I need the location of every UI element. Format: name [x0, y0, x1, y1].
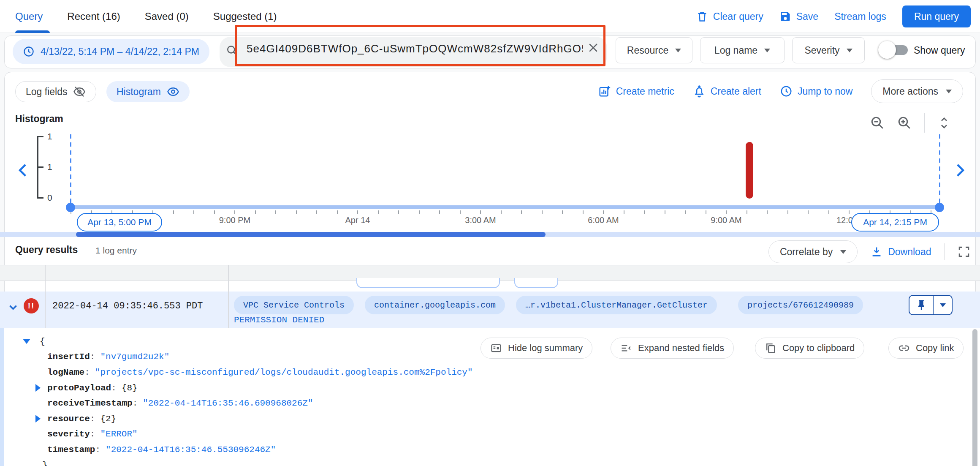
save-label: Save	[796, 11, 818, 22]
clear-query-button[interactable]: Clear query	[696, 11, 763, 22]
range-end-chip[interactable]: Apr 14, 2:15 PM	[851, 213, 939, 232]
tab-recent[interactable]: Recent (16)	[67, 11, 120, 22]
copy-to-clipboard-label: Copy to clipboard	[782, 343, 855, 354]
divider	[924, 113, 925, 133]
histogram-pan-left-button[interactable]	[14, 161, 32, 179]
fullscreen-icon[interactable]	[957, 245, 971, 259]
time-range-picker[interactable]: 4/13/22, 5:14 PM – 4/14/22, 2:14 PM	[13, 39, 209, 64]
histogram-minor-ticks	[71, 210, 941, 214]
pin-log-entry-button[interactable]	[909, 295, 953, 315]
run-query-button[interactable]: Run query	[902, 5, 971, 27]
download-button[interactable]: Download	[870, 245, 931, 258]
y-tick-label: 0	[47, 193, 60, 203]
json-key: insertId	[47, 352, 90, 362]
permission-denied-status: PERMISSION_DENIED	[234, 315, 324, 325]
zoom-in-icon[interactable]	[897, 115, 912, 131]
chevron-down-icon	[946, 90, 952, 93]
json-field-line: protoPayload:{8}	[0, 380, 633, 396]
column-divider	[45, 265, 46, 328]
clipped-chip-remnant	[356, 278, 500, 288]
tab-suggested[interactable]: Suggested (1)	[213, 11, 277, 22]
jump-to-now-label: Jump to now	[798, 86, 852, 97]
histogram-toggle-label: Histogram	[117, 86, 161, 98]
json-key: timestamp	[47, 445, 95, 455]
results-action-bar: Correlate by Download	[768, 240, 971, 264]
correlate-by-dropdown[interactable]: Correlate by	[768, 240, 858, 263]
range-end-marker	[939, 134, 940, 207]
json-field-line: receiveTimestamp:"2022-04-14T16:35:46.69…	[0, 395, 633, 411]
hide-log-summary-button[interactable]: Hide log summary	[480, 338, 592, 359]
more-actions-dropdown[interactable]: More actions	[871, 79, 963, 103]
range-end-handle[interactable]	[935, 203, 944, 212]
collapse-entry-icon[interactable]	[6, 300, 20, 314]
copy-to-clipboard-button[interactable]: Copy to clipboard	[755, 338, 864, 359]
stream-logs-button[interactable]: Stream logs	[834, 11, 886, 22]
copy-link-button[interactable]: Copy link	[888, 338, 964, 359]
expand-node-icon[interactable]	[35, 384, 41, 392]
expand-node-icon[interactable]	[35, 415, 41, 422]
range-start-marker	[70, 134, 71, 207]
histogram-title: Histogram	[15, 113, 63, 125]
create-metric-button[interactable]: Create metric	[598, 85, 674, 98]
json-colon: :	[95, 445, 100, 455]
histogram-scrollbar-thumb[interactable]	[76, 232, 546, 237]
json-colon: :	[84, 368, 90, 377]
json-key: severity	[47, 429, 90, 439]
summary-chip: container.googleapis.com	[365, 296, 505, 314]
tab-query[interactable]: Query	[15, 11, 43, 22]
histogram-error-bar[interactable]	[746, 142, 753, 199]
range-start-chip[interactable]: Apr 13, 5:00 PM	[77, 213, 162, 232]
save-icon	[779, 11, 791, 22]
histogram-pan-right-button[interactable]	[951, 161, 969, 179]
vertical-scrollbar-thumb[interactable]	[972, 329, 977, 466]
resource-filter-dropdown[interactable]: Resource	[616, 37, 692, 63]
download-icon	[870, 245, 883, 258]
tab-saved[interactable]: Saved (0)	[145, 11, 189, 22]
chevron-down-icon	[840, 250, 846, 254]
x-tick-label: 9:00 AM	[697, 215, 756, 225]
pin-icon[interactable]	[909, 296, 933, 314]
zoom-out-icon[interactable]	[870, 115, 885, 131]
jump-to-now-button[interactable]: Jump to now	[780, 85, 852, 98]
log-fields-toggle[interactable]: Log fields	[15, 81, 96, 102]
x-tick-label: Apr 14	[328, 215, 387, 225]
link-icon	[898, 342, 910, 354]
pin-options-dropdown[interactable]	[934, 296, 952, 314]
clear-query-label: Clear query	[713, 11, 763, 22]
open-brace: {	[40, 337, 45, 346]
search-icon	[225, 44, 239, 57]
severity-filter-label: Severity	[804, 45, 839, 56]
error-severity-icon: !!	[24, 298, 39, 313]
active-tab-underline	[15, 30, 50, 33]
column-divider	[228, 265, 229, 328]
x-tick-label: 3:00 AM	[451, 215, 510, 225]
chevron-down-icon	[847, 49, 852, 52]
log-name-filter-dropdown[interactable]: Log name	[700, 37, 785, 63]
x-tick-label: 9:00 PM	[205, 215, 264, 225]
clear-search-icon[interactable]	[587, 41, 600, 54]
severity-filter-dropdown[interactable]: Severity	[792, 37, 865, 63]
json-field-line: severity:"ERROR"	[0, 427, 633, 442]
json-value: "projects/vpc-sc-misconfigured/logs/clou…	[95, 368, 473, 377]
collapse-node-icon[interactable]	[23, 339, 30, 344]
top-action-bar: Clear query Save Stream logs Run query	[696, 0, 971, 33]
histogram-toggle[interactable]: Histogram	[106, 81, 190, 102]
eye-icon	[167, 85, 179, 98]
json-value: "ERROR"	[100, 429, 137, 439]
create-alert-label: Create alert	[711, 86, 761, 97]
expand-nested-fields-button[interactable]: Expand nested fields	[611, 338, 734, 359]
range-start-handle[interactable]	[66, 203, 75, 212]
log-fields-label: Log fields	[26, 86, 67, 98]
create-metric-icon	[598, 85, 611, 98]
search-input-value[interactable]: 5e4GI409D6BTWfOp_6C-uSwmTpOQWcmW82sfZW9V…	[247, 41, 583, 57]
json-value: {2}	[100, 414, 116, 424]
save-button[interactable]: Save	[779, 11, 818, 22]
json-colon: :	[90, 352, 95, 362]
histogram-tools	[870, 113, 952, 133]
show-query-toggle-thumb[interactable]	[878, 41, 896, 59]
hide-log-summary-label: Hide log summary	[508, 343, 583, 354]
collapse-histogram-icon[interactable]	[937, 115, 952, 131]
create-alert-button[interactable]: Create alert	[693, 85, 761, 98]
json-value: "nv7gumd2u2k"	[100, 352, 169, 362]
json-key: logName	[47, 368, 84, 377]
